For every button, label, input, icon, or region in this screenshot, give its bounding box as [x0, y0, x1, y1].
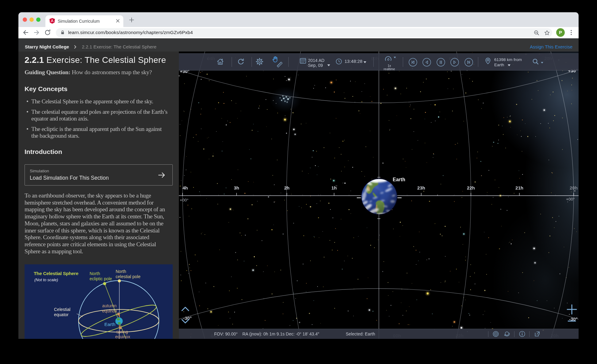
open-external-button[interactable] [533, 330, 541, 338]
location-pin-icon [484, 57, 492, 65]
arrow-right-icon [158, 171, 166, 179]
orbit-icon [503, 330, 510, 338]
skip-end-icon [464, 58, 473, 67]
step-back-icon [422, 58, 431, 67]
forward-button[interactable] [33, 29, 40, 36]
center-target-button[interactable] [492, 330, 499, 338]
viewing-location-control[interactable]: 61398 km from Earth [484, 57, 524, 69]
address-bar[interactable]: learn.simcur.com/books/astronomy/chapter… [56, 28, 552, 37]
pause-button[interactable] [437, 58, 445, 67]
settings-button[interactable] [256, 58, 264, 66]
introduction-heading: Introduction [25, 148, 62, 155]
breadcrumb-current: 2.2.1 Exercise: The Celestial Sphere [82, 44, 156, 49]
speed-mode: realtime [380, 67, 399, 71]
toolbar-separator [403, 57, 403, 67]
calendar-icon [299, 57, 307, 65]
play-button[interactable] [450, 58, 459, 67]
eq-zero-label-left: +00° [180, 198, 188, 202]
statusbar-separator [514, 331, 514, 337]
skip-start-icon [409, 58, 417, 67]
diagram-ncp-label: North [116, 269, 126, 274]
toolbar-separator [252, 57, 252, 67]
lock-icon[interactable] [60, 30, 65, 35]
diagram-ncp-label2: celestial pole [116, 274, 141, 279]
speed-caret-icon [394, 57, 396, 58]
key-concept-item: The Celestial Sphere is the apparent sph… [25, 98, 169, 105]
browser-toolbar: learn.simcur.com/books/astronomy/chapter… [18, 27, 579, 38]
simulation-statusbar: FOV: 90.00° RA (jnow): 0h 1m 9.1s Dec: -… [179, 329, 579, 339]
reload-button[interactable] [44, 29, 51, 36]
tab-close-icon[interactable] [115, 18, 120, 23]
clock-icon [335, 58, 343, 65]
lesson-panel: 2.2.1 Exercise: The Celestial Sphere Gui… [18, 52, 179, 339]
browser-window: Simulation Curriculum learn.simcur.com/b… [18, 12, 579, 339]
target-icon [492, 330, 499, 338]
key-concept-item: The ecliptic is the annual apparent path… [25, 126, 169, 140]
skip-to-end-button[interactable] [464, 58, 473, 67]
bookmark-star-icon[interactable] [544, 29, 550, 36]
simulation-viewport[interactable]: 04h02h00h22h20h04h02h00h22h20h4h3h2h1h23… [179, 52, 579, 339]
ra-hour-label: 21h [515, 185, 523, 190]
search-caret-icon [541, 62, 543, 63]
open-external-icon [533, 330, 541, 338]
zoom-indicator-icon[interactable] [533, 29, 540, 36]
statusbar-separator [488, 331, 488, 337]
window-minimize-button[interactable] [29, 17, 34, 22]
cursor-tools[interactable] [271, 56, 285, 69]
key-concepts-list: The Celestial Sphere is the apparent sph… [25, 98, 169, 143]
new-tab-button[interactable] [128, 17, 135, 23]
diagram-spring-label2: equinox [115, 334, 130, 339]
diagram-title: The Celestial Sphere [34, 271, 79, 276]
browser-tab[interactable]: Simulation Curriculum [45, 15, 123, 27]
assign-exercise-link[interactable]: Assign This Exercise [530, 44, 572, 49]
ra-hour-label: 2h [284, 185, 290, 190]
dec-label-bottom-left: -30° [183, 316, 192, 321]
window-zoom-button[interactable] [36, 17, 40, 22]
diagram-nep-label: North [90, 271, 100, 276]
location-distance: 61398 km from [494, 57, 522, 62]
ra-hour-label: 1h [331, 185, 337, 190]
profile-avatar[interactable]: P [556, 28, 565, 37]
toolbar-separator [478, 57, 478, 67]
time-flow-control[interactable]: 1x realtime [380, 56, 399, 70]
load-simulation-card[interactable]: Simulation Load Simulation For This Sect… [25, 164, 173, 186]
step-back-button[interactable] [422, 58, 431, 67]
search-control[interactable] [532, 58, 545, 67]
pause-icon [437, 58, 445, 67]
orbit-view-button[interactable] [503, 330, 510, 338]
guiding-question: Guiding Question: How do astronomers map… [25, 69, 152, 76]
info-button[interactable] [518, 330, 526, 338]
time-control[interactable]: 13:48:28 [335, 58, 369, 67]
fov-readout: FOV: 90.00° [214, 331, 238, 336]
window-close-button[interactable] [23, 17, 27, 22]
browser-menu-icon[interactable] [568, 29, 575, 36]
skip-to-start-button[interactable] [409, 58, 417, 67]
tab-strip: Simulation Curriculum [18, 12, 579, 27]
location-caret-icon [508, 64, 510, 66]
sky-view[interactable]: 04h02h00h22h20h04h02h00h22h20h4h3h2h1h23… [179, 52, 579, 339]
reset-view-button[interactable] [237, 58, 245, 66]
diagram-spring-dot [119, 327, 122, 329]
breadcrumb-chevron-icon [73, 45, 77, 49]
lesson-title: 2.2.1 Exercise: The Celestial Sphere [25, 55, 166, 65]
tab-title: Simulation Curriculum [58, 19, 100, 24]
home-button[interactable] [216, 58, 224, 66]
ra-hour-label: 22h [467, 185, 475, 190]
diagram-equator-label: Celestial [54, 307, 71, 312]
earth-label: Earth [393, 177, 405, 182]
celestial-sphere-figure: The Celestial Sphere (Not to scale) Nort… [25, 264, 173, 339]
diagram-nep-dot [103, 282, 106, 285]
date-control[interactable]: 2014 ADSep, 09 [299, 57, 333, 69]
angular-favicon-icon [49, 18, 55, 24]
back-button[interactable] [22, 29, 29, 36]
diagram-autumn-label: autumn [102, 303, 117, 308]
location-body: Earth [494, 63, 504, 67]
simulation-kicker: Simulation [30, 169, 49, 173]
diagram-equator-pointer [77, 314, 83, 317]
diagram-autumn-dot [117, 313, 120, 316]
selected-readout: Selected: Earth [346, 331, 375, 336]
breadcrumb-root[interactable]: Starry Night College [25, 44, 69, 49]
diagram-subtitle: (Not to scale) [34, 278, 58, 282]
intro-paragraph: To an earthbound observer, the sky appea… [25, 192, 169, 255]
date-value: 2014 ADSep, 09 [308, 58, 325, 68]
